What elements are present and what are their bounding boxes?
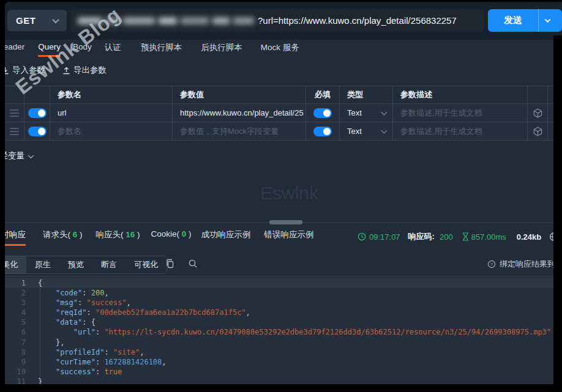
code-token: : xyxy=(78,298,86,307)
code-token: "code" xyxy=(56,289,82,297)
code-line-content: "curTime": 1672881426108, xyxy=(38,357,167,367)
search-button[interactable] xyxy=(188,259,198,271)
request-tab-header[interactable]: Header xyxy=(5,42,24,55)
code-token: , xyxy=(162,358,166,366)
chevron-down-icon xyxy=(52,16,59,23)
code-line: 7 }, xyxy=(5,338,562,347)
param-name-cell[interactable]: 参数名 xyxy=(50,122,173,140)
param-enabled-cell xyxy=(24,122,50,140)
code-token: : xyxy=(104,348,113,357)
column-header-name: 参数名 xyxy=(50,86,173,103)
code-token: : xyxy=(96,368,104,376)
panel-resize-handle[interactable] xyxy=(269,220,302,224)
response-tab-错误响应示例[interactable]: 错误响应示例 xyxy=(264,229,314,244)
toggle-knob xyxy=(38,109,45,117)
url-visible-text: ?url=https://www.kuwo.cn/play_detail/256… xyxy=(258,15,457,26)
table-row: 参数名参数值，支持Mock字段变量Text参数描述,用于生成文档 xyxy=(5,122,562,140)
param-desc-cell[interactable]: 参数描述,用于生成文档 xyxy=(393,104,528,122)
response-tab-响应头[interactable]: 响应头( 16 ) xyxy=(96,229,140,244)
line-number: 3 xyxy=(5,298,26,308)
code-token: { xyxy=(91,318,96,327)
view-segment-可视化[interactable]: 可视化 xyxy=(126,256,167,273)
request-tab-mock-服务[interactable]: Mock 服务 xyxy=(261,42,299,57)
send-split-divider xyxy=(538,9,539,32)
enabled-toggle[interactable] xyxy=(28,108,47,118)
code-line-content: { xyxy=(38,278,42,288)
code-line: 6 "url": "https://lt-sycdn.kuwo.cn/02479… xyxy=(5,327,562,337)
view-segment-原生[interactable]: 原生 xyxy=(26,256,59,273)
code-token xyxy=(38,358,56,366)
path-variables-toggle[interactable]: 路径变量 xyxy=(5,150,33,161)
code-token: "site" xyxy=(113,348,140,357)
code-line-content: "data": { xyxy=(38,317,96,327)
view-segment-断言[interactable]: 断言 xyxy=(92,256,126,273)
enabled-toggle[interactable] xyxy=(28,127,47,136)
request-tab-认证[interactable]: 认证 xyxy=(105,42,121,57)
drag-handle-icon xyxy=(10,128,19,135)
code-line-content: "success": true xyxy=(38,367,122,377)
view-segment-美化[interactable]: 美化 xyxy=(5,256,26,273)
code-token xyxy=(38,298,56,307)
url-input[interactable]: ?url=https://www.kuwo.cn/play_detail/256… xyxy=(70,9,484,32)
search-icon xyxy=(188,259,198,268)
code-token: "success" xyxy=(86,298,126,307)
code-token: "00debeb52faa6ea1a22b7bcd687a1f5c" xyxy=(96,308,246,317)
param-type-dropdown[interactable]: Text xyxy=(340,104,393,122)
export-params-button[interactable]: 导出参数 xyxy=(62,65,107,76)
required-toggle[interactable] xyxy=(313,108,332,118)
column-header xyxy=(528,86,548,103)
column-header xyxy=(5,86,24,103)
copy-button[interactable] xyxy=(165,259,175,271)
hourglass-icon xyxy=(462,232,469,241)
request-tab-预执行脚本[interactable]: 预执行脚本 xyxy=(141,42,182,57)
param-value-cell[interactable]: 参数值，支持Mock字段变量 xyxy=(173,122,306,140)
required-toggle[interactable] xyxy=(313,127,332,136)
bind-response-button[interactable]: ? 绑定响应结果到 xyxy=(487,259,561,270)
code-token: { xyxy=(38,279,42,287)
response-tab-实时响应[interactable]: 实时响应 xyxy=(5,229,26,246)
request-tab-body[interactable]: Body xyxy=(73,42,92,55)
line-number: 1 xyxy=(5,278,26,288)
code-token xyxy=(38,368,56,376)
response-tabs: 实时响应请求头( 6 )响应头( 16 )Cookie( 0 )成功响应示例错误… xyxy=(5,229,314,246)
blurred-url-segment xyxy=(78,17,254,24)
mock-button[interactable] xyxy=(528,122,548,140)
param-value-input: 参数值，支持Mock字段变量 xyxy=(180,126,279,137)
mock-button[interactable] xyxy=(528,104,548,122)
request-tab-query[interactable]: Query xyxy=(38,42,61,57)
line-number: 6 xyxy=(5,327,26,337)
drag-handle[interactable] xyxy=(5,104,24,122)
send-button[interactable]: 发送 xyxy=(488,9,562,32)
drag-handle[interactable] xyxy=(5,122,24,140)
view-segment-预览[interactable]: 预览 xyxy=(59,256,92,273)
column-header-desc: 参数描述 xyxy=(393,86,528,103)
param-type-dropdown[interactable]: Text xyxy=(340,122,393,140)
line-number: 10 xyxy=(5,367,26,377)
column-header-value: 参数值 xyxy=(173,86,306,103)
tab-count-badge: 0 xyxy=(182,229,187,239)
export-params-label: 导出参数 xyxy=(73,65,107,76)
response-tab-请求头[interactable]: 请求头( 6 ) xyxy=(43,229,83,244)
chevron-down-icon[interactable] xyxy=(545,17,551,23)
code-token xyxy=(38,308,56,317)
request-tab-后执行脚本[interactable]: 后执行脚本 xyxy=(201,42,242,57)
import-params-button[interactable]: 导入参数 xyxy=(5,65,45,76)
code-line: 4 "reqId": "00debeb52faa6ea1a22b7bcd687a… xyxy=(5,308,562,317)
response-tab-cookie[interactable]: Cookie( 0 ) xyxy=(151,229,192,242)
method-dropdown[interactable]: GET xyxy=(7,10,67,31)
code-line-content: }, xyxy=(38,338,64,347)
line-number: 7 xyxy=(5,338,26,347)
param-enabled-cell xyxy=(24,104,50,122)
bind-response-label: 绑定响应结果到 xyxy=(500,259,555,270)
code-token: } xyxy=(38,377,42,384)
download-icon xyxy=(5,67,9,75)
response-tab-成功响应示例[interactable]: 成功响应示例 xyxy=(201,229,251,244)
response-time: 09:17:07 xyxy=(369,232,400,242)
param-name-cell[interactable]: url xyxy=(50,104,173,122)
cube-icon xyxy=(533,127,542,136)
code-token xyxy=(38,338,56,347)
param-value-cell[interactable]: https://www.kuwo.cn/play_detail/25 xyxy=(173,104,306,122)
status-code-label: 响应码: xyxy=(408,231,435,242)
code-token: "reqId" xyxy=(56,308,87,317)
param-desc-cell[interactable]: 参数描述,用于生成文档 xyxy=(393,122,528,140)
